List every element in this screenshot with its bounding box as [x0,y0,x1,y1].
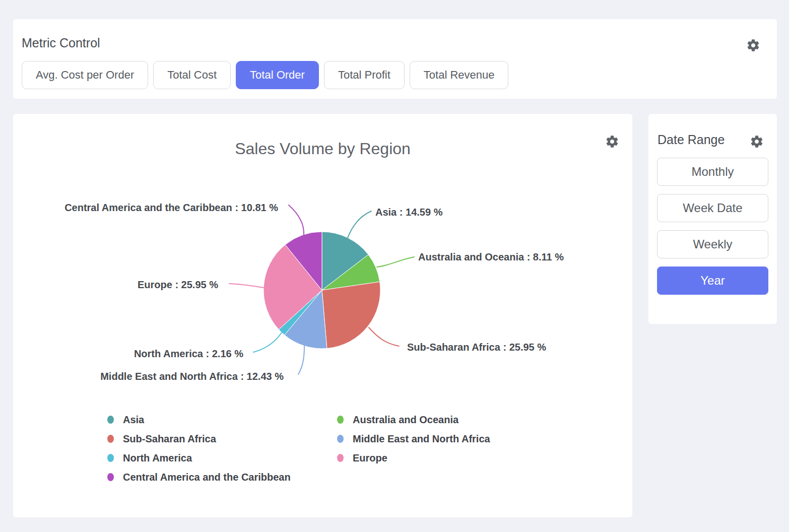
pie-label-middle-east-and-north-africa: Middle East and North Africa : 12.43 % [100,371,284,382]
pie-label-line-central-america-and-the-caribbean [289,205,304,235]
metric-control-title: Metric Control [22,35,100,50]
legend-dot-australia-and-oceania [337,416,344,424]
legend-label: Asia [123,414,144,426]
range-button-monthly[interactable]: Monthly [657,158,768,186]
range-button-year[interactable]: Year [657,267,768,295]
pie-label-line-europe [229,284,264,288]
pie-label-asia: Asia : 14.59 % [375,207,443,218]
legend-item-sub-saharan-africa[interactable]: Sub-Saharan Africa [107,432,216,445]
date-range-card: Date Range MonthlyWeek DateWeeklyYear [648,114,777,324]
dashboard: Metric Control Avg. Cost per OrderTotal … [0,0,789,532]
pie-label-north-america: North America : 2.16 % [134,348,243,359]
legend-dot-central-america-and-the-caribbean [107,473,114,481]
pie-label-line-north-america [253,332,282,352]
legend-dot-europe [337,454,344,462]
gear-icon [746,38,760,52]
metric-button-total-profit[interactable]: Total Profit [324,61,405,89]
pie-label-central-america-and-the-caribbean: Central America and the Caribbean : 10.8… [64,202,278,213]
legend-label: Europe [353,452,387,464]
range-button-week-date[interactable]: Week Date [657,194,768,222]
legend-dot-sub-saharan-africa [107,435,114,443]
legend-item-middle-east-and-north-africa[interactable]: Middle East and North Africa [337,432,490,445]
legend-label: Central America and the Caribbean [123,472,291,483]
pie-label-europe: Europe : 25.95 % [138,279,218,290]
metric-button-avg-cost-per-order[interactable]: Avg. Cost per Order [22,61,148,89]
pie-label-line-sub-saharan-africa [369,327,399,346]
legend-label: Sub-Saharan Africa [123,433,216,445]
legend-item-europe[interactable]: Europe [337,451,387,464]
legend-label: Middle East and North Africa [353,433,490,445]
legend-dot-middle-east-and-north-africa [337,435,344,443]
legend-item-north-america[interactable]: North America [107,451,192,464]
pie-slice-sub-saharan-africa[interactable] [322,282,380,348]
gear-icon [750,135,764,149]
date-range-buttons: MonthlyWeek DateWeeklyYear [657,158,768,295]
legend-dot-asia [107,416,114,424]
range-button-weekly[interactable]: Weekly [657,230,768,258]
pie-label-line-australia-and-oceania [377,257,414,267]
legend-item-australia-and-oceania[interactable]: Australia and Oceania [337,413,458,426]
pie-chart: Asia : 14.59 %Australia and Oceania : 8.… [13,114,632,517]
pie-label-australia-and-oceania: Australia and Oceania : 8.11 % [418,251,564,262]
metric-button-total-revenue[interactable]: Total Revenue [410,61,509,89]
metric-button-total-cost[interactable]: Total Cost [153,61,231,89]
legend-item-asia[interactable]: Asia [107,413,144,426]
legend-label: Australia and Oceania [353,414,458,426]
metric-control-settings-button[interactable] [746,38,760,52]
metric-control-card: Metric Control Avg. Cost per OrderTotal … [13,19,777,99]
chart-card: Sales Volume by Region Asia : 14.59 %Aus… [13,114,632,517]
metric-buttons: Avg. Cost per OrderTotal CostTotal Order… [22,61,508,89]
pie-label-line-middle-east-and-north-africa [298,346,304,374]
legend-label: North America [123,452,192,464]
date-range-settings-button[interactable] [750,135,764,149]
pie-label-line-asia [348,211,371,238]
pie-label-sub-saharan-africa: Sub-Saharan Africa : 25.95 % [407,342,546,353]
metric-button-total-order[interactable]: Total Order [236,61,319,89]
legend-item-central-america-and-the-caribbean[interactable]: Central America and the Caribbean [107,471,291,484]
legend-dot-north-america [107,454,114,462]
date-range-title: Date Range [658,132,725,147]
